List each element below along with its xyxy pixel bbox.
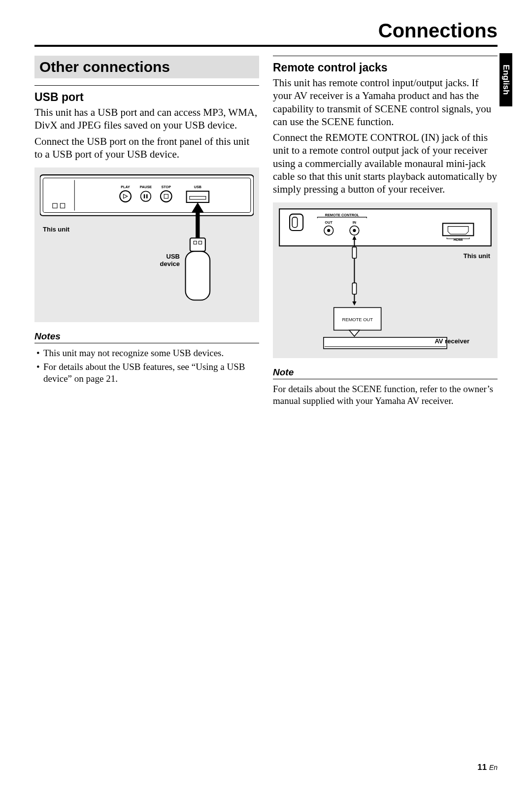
av-receiver-label: AV receiver xyxy=(277,337,493,345)
note-text-right: For details about the SCENE function, re… xyxy=(273,383,498,407)
svg-text:HDMI: HDMI xyxy=(454,237,463,242)
svg-text:USB: USB xyxy=(194,185,201,189)
language-tab: English xyxy=(499,53,512,106)
right-column: Remote control jacks This unit has remot… xyxy=(273,56,498,407)
svg-text:REMOTE OUT: REMOTE OUT xyxy=(342,317,373,322)
notes-label-left: Notes xyxy=(34,331,259,343)
remote-paragraph-2: Connect the REMOTE CONTROL (IN) jack of … xyxy=(273,131,498,196)
svg-rect-40 xyxy=(352,283,356,295)
notes-list-left: This unit may not recognize some USB dev… xyxy=(34,347,259,384)
remote-diagram-svg: REMOTE CONTROL OUT IN HDMI xyxy=(277,207,493,351)
svg-rect-11 xyxy=(146,194,148,198)
this-unit-label-right: This unit xyxy=(277,252,493,260)
svg-text:STOP: STOP xyxy=(162,185,171,189)
divider xyxy=(273,56,498,56)
svg-text:IN: IN xyxy=(353,221,356,225)
usb-port-heading: USB port xyxy=(34,91,259,104)
usb-diagram: PLAY PAUSE STOP USB xyxy=(34,167,259,322)
remote-diagram: REMOTE CONTROL OUT IN HDMI xyxy=(273,202,498,358)
svg-rect-10 xyxy=(144,194,145,198)
svg-rect-20 xyxy=(190,238,205,251)
svg-point-33 xyxy=(353,229,356,232)
chapter-title: Connections xyxy=(34,20,498,47)
note-item: For details about the USB features, see … xyxy=(36,361,259,385)
svg-point-30 xyxy=(327,229,330,232)
svg-text:PAUSE: PAUSE xyxy=(140,185,152,189)
svg-text:PLAY: PLAY xyxy=(121,185,130,189)
content-columns: Other connections USB port This unit has… xyxy=(34,56,498,407)
usb-paragraph-2: Connect the USB port on the front panel … xyxy=(34,135,259,161)
remote-paragraph-1: This unit has remote control input/outpu… xyxy=(273,76,498,128)
usb-diagram-svg: PLAY PAUSE STOP USB xyxy=(40,173,254,310)
svg-text:OUT: OUT xyxy=(325,221,333,225)
divider xyxy=(34,85,259,86)
note-label-right: Note xyxy=(273,367,498,379)
note-item: This unit may not recognize some USB dev… xyxy=(36,347,259,359)
remote-jacks-heading: Remote control jacks xyxy=(273,61,498,74)
page-number: 11 En xyxy=(477,763,498,772)
section-title: Other connections xyxy=(34,56,259,78)
usb-paragraph-1: This unit has a USB port and can access … xyxy=(34,106,259,132)
svg-marker-45 xyxy=(349,331,360,337)
this-unit-label-left: This unit xyxy=(43,226,254,233)
svg-marker-42 xyxy=(352,301,356,305)
svg-text:REMOTE CONTROL: REMOTE CONTROL xyxy=(325,213,360,217)
left-column: Other connections USB port This unit has… xyxy=(34,56,259,407)
svg-rect-23 xyxy=(186,251,210,300)
